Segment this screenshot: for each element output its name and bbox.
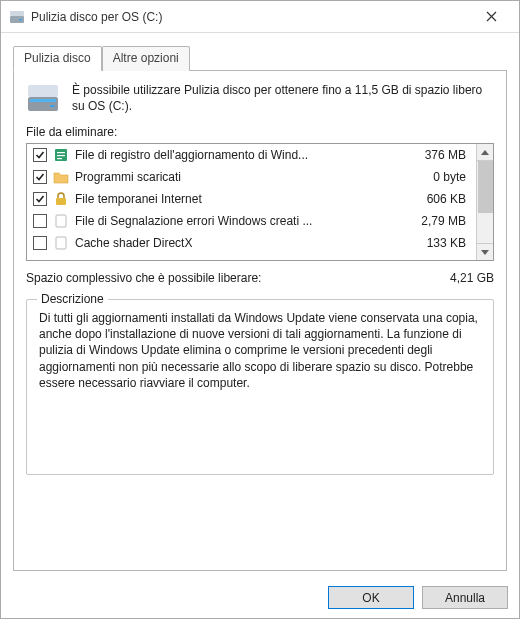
tab-cleanup[interactable]: Pulizia disco — [13, 46, 102, 71]
file-name: File di registro dell'aggiornamento di W… — [75, 148, 398, 162]
file-type-icon — [53, 147, 69, 163]
description-text: Di tutti gli aggiornamenti installati da… — [39, 310, 481, 391]
svg-rect-1 — [10, 11, 24, 16]
close-button[interactable] — [471, 3, 511, 31]
checkbox[interactable] — [33, 170, 47, 184]
svg-rect-13 — [56, 237, 66, 249]
scroll-down-button[interactable] — [477, 243, 493, 260]
ok-button[interactable]: OK — [328, 586, 414, 609]
file-list: File di registro dell'aggiornamento di W… — [26, 143, 494, 261]
total-value: 4,21 GB — [414, 271, 494, 285]
svg-rect-5 — [30, 99, 56, 102]
file-row[interactable]: Cache shader DirectX133 KB — [27, 232, 476, 254]
file-type-icon — [53, 169, 69, 185]
file-row[interactable]: Programmi scaricati0 byte — [27, 166, 476, 188]
description-title: Descrizione — [37, 292, 108, 306]
file-type-icon — [53, 191, 69, 207]
svg-rect-12 — [56, 215, 66, 227]
svg-rect-11 — [56, 198, 66, 205]
file-size: 2,79 MB — [398, 214, 470, 228]
checkbox[interactable] — [33, 192, 47, 206]
titlebar: Pulizia disco per OS (C:) — [1, 1, 519, 33]
checkbox[interactable] — [33, 148, 47, 162]
cancel-button[interactable]: Annulla — [422, 586, 508, 609]
checkbox[interactable] — [33, 214, 47, 228]
total-label: Spazio complessivo che è possibile liber… — [26, 271, 414, 285]
svg-rect-9 — [57, 155, 65, 156]
svg-rect-4 — [28, 85, 58, 97]
total-row: Spazio complessivo che è possibile liber… — [26, 271, 494, 285]
drive-icon — [26, 83, 62, 115]
file-name: Cache shader DirectX — [75, 236, 398, 250]
svg-rect-6 — [50, 105, 55, 107]
scroll-up-button[interactable] — [477, 144, 493, 161]
checkbox[interactable] — [33, 236, 47, 250]
tab-body: È possibile utilizzare Pulizia disco per… — [13, 71, 507, 571]
file-size: 133 KB — [398, 236, 470, 250]
file-name: File di Segnalazione errori Windows crea… — [75, 214, 398, 228]
scrollbar[interactable] — [476, 144, 493, 260]
file-name: Programmi scaricati — [75, 170, 398, 184]
file-size: 606 KB — [398, 192, 470, 206]
file-size: 376 MB — [398, 148, 470, 162]
file-type-icon — [53, 213, 69, 229]
dialog-buttons: OK Annulla — [328, 586, 508, 609]
file-type-icon — [53, 235, 69, 251]
tab-strip: Pulizia disco Altre opzioni — [13, 45, 507, 71]
tab-more-options[interactable]: Altre opzioni — [102, 46, 190, 71]
svg-rect-2 — [19, 19, 22, 21]
scrollbar-thumb[interactable] — [478, 161, 493, 213]
summary-row: È possibile utilizzare Pulizia disco per… — [26, 83, 494, 115]
svg-rect-10 — [57, 158, 62, 159]
description-groupbox: Descrizione Di tutti gli aggiornamenti i… — [26, 299, 494, 475]
file-name: File temporanei Internet — [75, 192, 398, 206]
files-label: File da eliminare: — [26, 125, 494, 139]
file-row[interactable]: File di registro dell'aggiornamento di W… — [27, 144, 476, 166]
file-size: 0 byte — [398, 170, 470, 184]
window-title: Pulizia disco per OS (C:) — [31, 10, 471, 24]
summary-text: È possibile utilizzare Pulizia disco per… — [72, 83, 494, 114]
content-area: Pulizia disco Altre opzioni È possibile … — [1, 33, 519, 579]
svg-rect-8 — [57, 152, 65, 153]
disk-cleanup-icon — [9, 9, 25, 25]
file-row[interactable]: File di Segnalazione errori Windows crea… — [27, 210, 476, 232]
file-row[interactable]: File temporanei Internet606 KB — [27, 188, 476, 210]
